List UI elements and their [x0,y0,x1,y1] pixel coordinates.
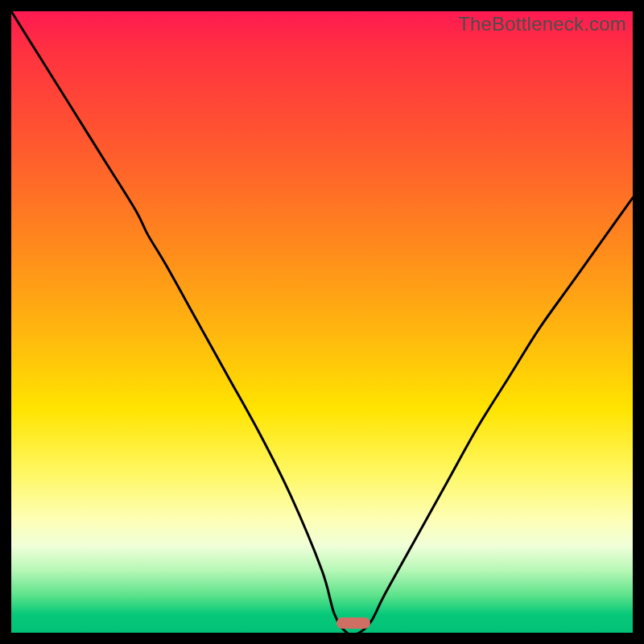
plot-area: TheBottleneck.com [11,11,633,633]
y-axis-border [0,0,11,644]
x-axis-border [0,633,644,644]
chart-stage: TheBottleneck.com [0,0,644,644]
optimal-point-marker [336,617,370,629]
watermark-label: TheBottleneck.com [458,13,626,35]
bottleneck-curve [11,11,633,633]
